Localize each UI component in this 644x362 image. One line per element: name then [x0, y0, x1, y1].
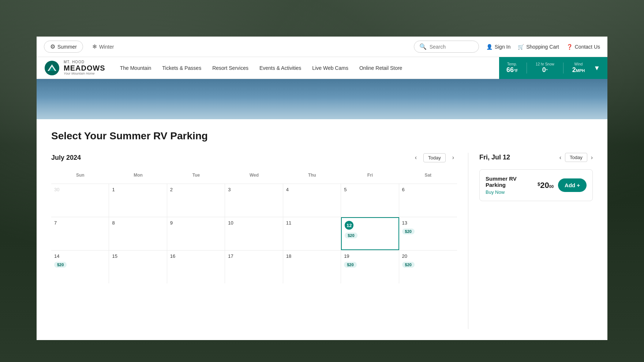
search-box[interactable]: 🔍: [414, 41, 479, 53]
calendar-cell-10[interactable]: 10: [225, 217, 283, 250]
calendar-cell-13[interactable]: 13 $20: [399, 217, 457, 250]
cart-label: Shopping Cart: [526, 44, 559, 50]
day-number: 15: [112, 253, 164, 259]
day-number: 6: [402, 187, 454, 192]
winter-icon: ❄: [92, 43, 97, 50]
search-icon: 🔍: [419, 43, 427, 50]
calendar-cell-20[interactable]: 20 $20: [399, 250, 457, 283]
calendar-cell-11[interactable]: 11: [283, 217, 341, 250]
day-number: 16: [170, 253, 222, 259]
detail-next-button[interactable]: ›: [591, 154, 593, 161]
temp-label: Temp.: [506, 62, 518, 66]
calendar-cell-19[interactable]: 19 $20: [341, 250, 399, 283]
ticket-name: Summer RV Parking: [486, 176, 538, 188]
calendar-cell-9[interactable]: 9: [167, 217, 225, 250]
calendar-cell-15[interactable]: 15: [109, 250, 167, 283]
calendar-days-header: Sun Mon Tue Wed Thu Fri Sat: [51, 170, 457, 181]
logo-text: MT. HOOD MEADOWS Your Mountain Home: [64, 60, 105, 76]
day-number: 7: [54, 220, 106, 226]
weather-expand-icon[interactable]: ▼: [594, 64, 600, 72]
site-logo[interactable]: MT. HOOD MEADOWS Your Mountain Home: [44, 60, 105, 76]
day-header-fri: Fri: [341, 170, 399, 181]
day-number: 3: [228, 187, 280, 192]
day-number: 19: [344, 253, 396, 259]
calendar-cell-4[interactable]: 4: [283, 184, 341, 217]
sign-in-link[interactable]: 👤 Sign In: [486, 44, 511, 50]
calendar-cell-2[interactable]: 2: [167, 184, 225, 217]
weather-widget: Temp. 66°F 12 hr Snow 0" Wind 2MPH ▼: [499, 57, 607, 79]
user-icon: 👤: [486, 44, 493, 50]
temp-value: 66°F: [506, 66, 518, 74]
day-header-mon: Mon: [109, 170, 167, 181]
winter-label: Winter: [99, 44, 114, 50]
day-number: 8: [112, 220, 164, 226]
ticket-buy-now[interactable]: Buy Now: [486, 189, 538, 195]
detail-today-button[interactable]: Today: [565, 153, 587, 162]
calendar-cell-7[interactable]: 7: [51, 217, 109, 250]
day-number: 11: [286, 220, 338, 226]
logo-icon: [44, 60, 60, 76]
season-tab-winter[interactable]: ❄ Winter: [86, 41, 120, 53]
nav-events-activities[interactable]: Events & Activities: [259, 65, 301, 71]
calendar-cell-17[interactable]: 17: [225, 250, 283, 283]
season-tab-summer[interactable]: ⚙ Summer: [44, 41, 83, 53]
calendar-cell-5[interactable]: 5: [341, 184, 399, 217]
day-number: 9: [170, 220, 222, 226]
search-input[interactable]: [430, 44, 473, 50]
nav-tickets-passes[interactable]: Tickets & Passes: [162, 65, 201, 71]
calendar-month-title: July 2024: [51, 154, 81, 162]
day-number: 10: [228, 220, 280, 226]
shopping-cart-link[interactable]: 🛒 Shopping Cart: [518, 44, 559, 50]
calendar-cell-14[interactable]: 14 $20: [51, 250, 109, 283]
snow-display: 12 hr Snow 0": [536, 62, 554, 74]
day-header-wed: Wed: [225, 170, 283, 181]
plus-icon: +: [577, 182, 580, 188]
logo-mt-hood: MT. HOOD: [64, 60, 105, 64]
add-to-cart-button[interactable]: Add +: [558, 178, 587, 192]
cart-icon: 🛒: [518, 44, 524, 50]
calendar-cell-8[interactable]: 8: [109, 217, 167, 250]
detail-nav: ‹ Today ›: [559, 153, 593, 162]
calendar-cell-1[interactable]: 1: [109, 184, 167, 217]
calendar-section: July 2024 ‹ Today › Sun Mon Tue Wed Thu …: [51, 153, 468, 329]
price-badge-20: $20: [402, 262, 415, 268]
calendar-next-button[interactable]: ›: [449, 153, 457, 162]
ticket-info: Summer RV Parking Buy Now: [486, 176, 538, 195]
calendar-today-button[interactable]: Today: [423, 153, 446, 162]
detail-header: Fri, Jul 12 ‹ Today ›: [479, 153, 593, 162]
day-number: 18: [286, 253, 338, 259]
page-title: Select Your Summer RV Parking: [51, 130, 593, 142]
page-content: Select Your Summer RV Parking July 2024 …: [37, 119, 607, 340]
price-cents: 00: [549, 184, 554, 189]
weather-divider-1: [527, 63, 527, 73]
calendar-prev-button[interactable]: ‹: [412, 153, 420, 162]
calendar-cell-16[interactable]: 16: [167, 250, 225, 283]
day-header-sat: Sat: [399, 170, 457, 181]
day-number-today: 12: [345, 221, 353, 230]
nav-the-mountain[interactable]: The Mountain: [120, 65, 151, 71]
snow-value: 0": [536, 66, 554, 74]
help-icon: ❓: [566, 44, 573, 50]
logo-tagline: Your Mountain Home: [64, 72, 105, 76]
contact-us-link[interactable]: ❓ Contact Us: [566, 44, 600, 50]
calendar-cell-30[interactable]: 30: [51, 184, 109, 217]
price-dollars: 20: [540, 181, 549, 190]
calendar-cell-6[interactable]: 6: [399, 184, 457, 217]
logo-meadows: MEADOWS: [64, 64, 105, 72]
summer-icon: ⚙: [50, 43, 55, 50]
price-badge-14: $20: [54, 262, 67, 268]
calendar-week-3: 14 $20 15 16 17 18: [51, 250, 457, 283]
calendar-layout: July 2024 ‹ Today › Sun Mon Tue Wed Thu …: [51, 153, 593, 329]
calendar-cell-12-selected[interactable]: 12 $20: [341, 217, 399, 250]
calendar-cell-3[interactable]: 3: [225, 184, 283, 217]
nav-live-web-cams[interactable]: Live Web Cams: [312, 65, 348, 71]
top-nav-right: 🔍 👤 Sign In 🛒 Shopping Cart ❓ Contact Us: [414, 41, 600, 53]
day-header-thu: Thu: [283, 170, 341, 181]
summer-label: Summer: [57, 44, 77, 50]
calendar-cell-18[interactable]: 18: [283, 250, 341, 283]
detail-prev-button[interactable]: ‹: [559, 154, 561, 161]
nav-online-retail[interactable]: Online Retail Store: [359, 65, 402, 71]
day-number: 4: [286, 187, 338, 192]
nav-resort-services[interactable]: Resort Services: [212, 65, 248, 71]
day-number: 20: [402, 253, 454, 259]
